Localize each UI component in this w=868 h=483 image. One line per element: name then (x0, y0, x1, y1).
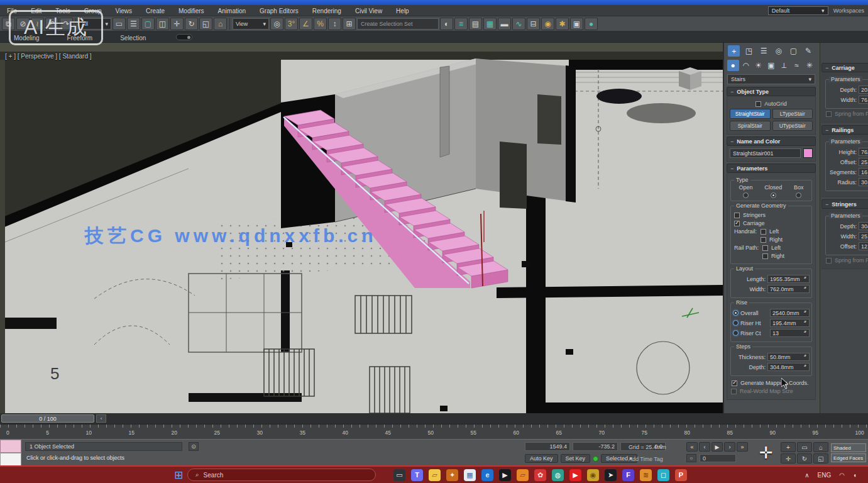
realworld-map-checkbox[interactable]: Real-World Map Size (731, 388, 811, 394)
modify-tab[interactable]: ◳ (743, 45, 755, 57)
value-spinner[interactable]: 304.8mm (767, 363, 810, 371)
utilities-tab[interactable]: ✎ (803, 45, 815, 57)
material-editor-icon[interactable]: ◉ (541, 18, 554, 30)
presentation-red-app[interactable]: P (675, 469, 687, 481)
value-spinner[interactable]: 2540.0mm (770, 309, 810, 317)
angle-snap-icon[interactable]: ∠ (299, 18, 312, 30)
viewport-label[interactable]: [ + ] [ Perspective ] [ Standard ] (5, 53, 92, 60)
rendered-frame-icon[interactable]: ▣ (570, 18, 583, 30)
coordinate-y-field[interactable]: -735.2 (573, 442, 618, 451)
value-spinner[interactable]: 50.8mm (767, 353, 810, 361)
stair-type-radio[interactable]: Box (794, 184, 804, 198)
orbit-icon[interactable]: ↻ (797, 453, 812, 464)
object-type-button[interactable]: LTypeStair (772, 109, 813, 119)
spinner-snap-icon[interactable]: ↕ (328, 18, 341, 30)
select-and-scale-icon[interactable]: ◱ (199, 18, 212, 30)
scene-explorer-icon[interactable]: ▦ (483, 18, 497, 30)
ime-indicator[interactable]: ENG (818, 472, 832, 479)
menu-item[interactable]: Help (389, 8, 416, 14)
schematic-view-icon[interactable]: ⊟ (527, 18, 540, 30)
align-icon[interactable]: ≡ (454, 18, 468, 30)
handrail-left-checkbox[interactable]: Left (761, 228, 783, 235)
handrail-right-checkbox[interactable]: Right (761, 236, 783, 243)
window-crossing-icon[interactable]: ◫ (156, 18, 169, 30)
render-setup-icon[interactable]: ✱ (556, 18, 569, 30)
shapes-category[interactable]: ◠ (740, 60, 752, 71)
terminal-app[interactable]: ▭ (393, 469, 405, 481)
named-selection-field[interactable]: Create Selection Set (357, 18, 439, 30)
carriage-checkbox[interactable]: Carriage (734, 220, 808, 226)
value-spinner[interactable]: 25.4mm (859, 158, 868, 166)
menu-item[interactable]: Graph Editors (253, 8, 305, 14)
edit-named-selections-icon[interactable]: ⊞ (343, 18, 356, 30)
use-pivot-center-icon[interactable]: ◎ (270, 18, 283, 30)
percent-snap-icon[interactable]: % (314, 18, 327, 30)
menu-item[interactable]: Rendering (305, 8, 348, 14)
maxscript-mini-listener[interactable] (0, 440, 21, 466)
value-spinner[interactable]: 25.4mm (859, 232, 868, 240)
railpath-right-checkbox[interactable]: Right (762, 253, 784, 259)
autogrid-checkbox[interactable]: AutoGrid (731, 101, 811, 107)
workspace-dropdown[interactable]: Default▾ (768, 6, 828, 15)
menu-item[interactable]: Views (109, 8, 140, 14)
set-key-button[interactable]: Set Key (561, 454, 591, 463)
network-icon[interactable]: ◠ (839, 472, 845, 479)
edge-browser[interactable]: e (481, 469, 493, 481)
orange-app[interactable]: ✦ (446, 469, 458, 481)
reference-coordinate-dropdown[interactable]: View▾ (233, 18, 269, 30)
time-slider-step-button[interactable]: ‹ (96, 414, 106, 423)
go-to-start-icon[interactable]: « (686, 442, 698, 452)
object-type-button[interactable]: SpiralStair (730, 121, 771, 131)
value-spinner[interactable]: 304.8mm (859, 222, 868, 230)
auto-key-button[interactable]: Auto Key (525, 454, 558, 463)
viewport-canvas[interactable]: 5 (0, 43, 723, 413)
value-spinner[interactable]: 76.2mm (859, 96, 868, 104)
go-to-end-icon[interactable]: » (737, 442, 748, 452)
spring-from-floor-checkbox[interactable]: Spring from Floor (826, 257, 868, 264)
object-name-field[interactable]: StraightStair001 (730, 148, 801, 158)
taskbar-search[interactable]: ⌕ Search (187, 469, 376, 481)
spacewarps-category[interactable]: ≈ (791, 60, 803, 71)
rise-radio[interactable] (733, 320, 739, 326)
f-purple-app[interactable]: F (622, 469, 634, 481)
play-icon[interactable]: ▶ (711, 442, 723, 452)
zoom-all-icon[interactable]: ▭ (797, 442, 812, 452)
select-by-name-icon[interactable]: ☰ (127, 18, 140, 30)
render-icon[interactable]: ● (585, 18, 598, 30)
perspective-viewport[interactable]: 5 (0, 43, 723, 413)
menu-item[interactable]: Create (139, 8, 172, 14)
ribbon-toggle-icon[interactable]: ▬ (498, 18, 511, 30)
create-tab[interactable]: ＋ (728, 45, 740, 57)
rollout-header[interactable]: Object Type (727, 87, 816, 96)
value-spinner[interactable]: 16 (859, 168, 868, 176)
coin-gold[interactable]: ◉ (587, 469, 599, 481)
select-and-place-icon[interactable]: ⌂ (214, 18, 227, 30)
helpers-category[interactable]: ⟂ (778, 60, 790, 71)
rollout-header[interactable]: Name and Color (727, 136, 816, 146)
shading-field[interactable]: Shaded (831, 443, 866, 452)
selection-lock-toggle[interactable]: ⊙ (189, 442, 199, 451)
value-spinner[interactable]: 762.0mm (767, 285, 810, 293)
folder-orange[interactable]: ▱ (517, 469, 529, 481)
value-spinner[interactable]: 762.0mm (859, 148, 868, 156)
file-explorer[interactable]: ▱ (429, 469, 441, 481)
stringers-checkbox[interactable]: Stringers (734, 212, 808, 218)
display-tab[interactable]: ▢ (788, 45, 799, 57)
start-button[interactable]: ⊞ (170, 469, 187, 482)
systems-category[interactable]: ✳ (803, 60, 815, 71)
hierarchy-tab[interactable]: ☰ (758, 45, 770, 57)
geometry-category-dropdown[interactable]: Stairs ▾ (727, 74, 815, 84)
rectangular-selection-icon[interactable]: ▢ (141, 18, 155, 30)
track-bar[interactable]: 0510152025303540455055606570758085909510… (0, 424, 868, 439)
teams-app[interactable]: T (411, 469, 423, 481)
object-type-button[interactable]: UTypeStair (772, 121, 813, 131)
chevron-up-icon[interactable]: ∧ (805, 472, 809, 479)
select-and-rotate-icon[interactable]: ↻ (185, 18, 198, 30)
photos-red[interactable]: ✿ (534, 469, 546, 481)
value-spinner[interactable]: 195.4mm (770, 319, 810, 327)
ribbon-minimize-toggle[interactable] (176, 34, 192, 40)
curve-editor-icon[interactable]: ∿ (512, 18, 525, 30)
ribbon-tab[interactable]: Selection (106, 35, 160, 42)
menu-item[interactable]: Modifiers (172, 8, 211, 14)
mirror-icon[interactable]: ◐ (440, 18, 453, 30)
